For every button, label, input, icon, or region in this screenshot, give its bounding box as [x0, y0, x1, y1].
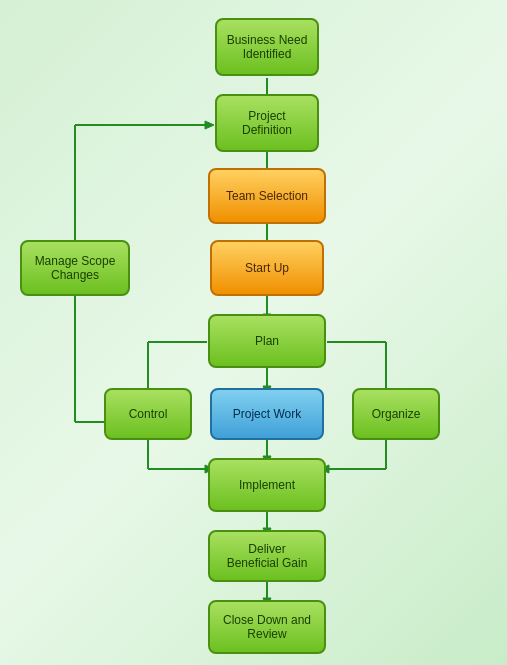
implement-box: Implement	[208, 458, 326, 512]
flowchart: Business Need Identified Project Definit…	[0, 0, 507, 665]
project-definition-box: Project Definition	[215, 94, 319, 152]
business-need-box: Business Need Identified	[215, 18, 319, 76]
project-work-box: Project Work	[210, 388, 324, 440]
deliver-box: Deliver Beneficial Gain	[208, 530, 326, 582]
team-selection-box: Team Selection	[208, 168, 326, 224]
svg-marker-33	[205, 121, 214, 129]
close-down-box: Close Down and Review	[208, 600, 326, 654]
organize-box: Organize	[352, 388, 440, 440]
manage-scope-box: Manage Scope Changes	[20, 240, 130, 296]
control-box: Control	[104, 388, 192, 440]
plan-box: Plan	[208, 314, 326, 368]
start-up-box: Start Up	[210, 240, 324, 296]
